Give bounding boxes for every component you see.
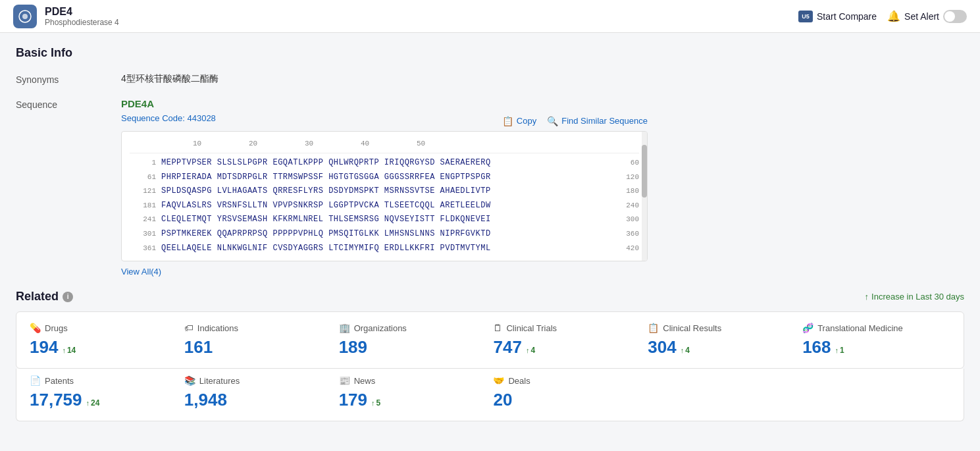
related-item[interactable]: 🗒 Clinical Trials 747 ↑4 (493, 323, 641, 358)
set-alert-label: Set Alert (904, 11, 939, 22)
app-logo (13, 5, 37, 28)
related-item[interactable]: 📄 Patents 17,759 ↑24 (30, 375, 178, 410)
seq-row-end: 60 (613, 157, 639, 170)
related-item-icon: 🏢 (339, 323, 350, 333)
related-item[interactable]: 💊 Drugs 194 ↑14 (30, 323, 178, 358)
seq-row-num: 301 (130, 228, 156, 241)
seq-row-end: 180 (613, 185, 639, 198)
related-item-increase: ↑14 (62, 346, 76, 355)
main-content: Basic Info Synonyms 4型环核苷酸磷酸二酯酶 Sequence… (0, 33, 980, 451)
scrollbar-thumb (642, 145, 647, 198)
related-item-increase: ↑24 (86, 398, 100, 408)
start-compare-button[interactable]: U5 Start Compare (798, 11, 877, 22)
arrow-up-icon: ↑ (865, 292, 869, 302)
related-item[interactable]: 🏷 Indications 161 (184, 323, 332, 358)
related-item[interactable]: 📚 Literatures 1,948 (184, 375, 332, 410)
related-item-value: 194 ↑14 (30, 337, 178, 358)
related-item-icon: 📋 (648, 323, 659, 333)
related-item-icon: 📚 (184, 375, 195, 386)
sequence-container: 10 20 30 40 50 1 MEPPTVPSER SLSLSLPGPR E… (121, 131, 648, 261)
synonyms-value: 4型环核苷酸磷酸二酯酶 (121, 73, 964, 85)
related-item-header: 🧬 Translational Medicine (802, 323, 950, 333)
related-item-icon: 🤝 (493, 375, 504, 386)
related-item-label: Clinical Results (663, 323, 721, 333)
related-item-header: 📄 Patents (30, 375, 178, 386)
view-all-link[interactable]: View All(4) (121, 267, 161, 277)
related-item-value: 747 ↑4 (493, 337, 641, 358)
sequence-row: 61 PHRPIERADA MDTSDRPGLR TTRMSWPSSF HGTG… (130, 171, 639, 185)
related-item-label: Patents (45, 376, 74, 386)
related-item-increase: ↑5 (371, 398, 380, 408)
header-title-group: PDE4 Phosphodiesterase 4 (45, 6, 119, 27)
related-item-label: Indications (197, 323, 238, 333)
sequence-code: Sequence Code: 443028 (121, 113, 216, 123)
related-item[interactable]: 📰 News 179 ↑5 (339, 375, 487, 410)
sequence-toolbar: 📋 Copy 🔍 Find Similar Sequence (502, 116, 648, 126)
related-item-label: Translational Medicine (817, 323, 903, 333)
related-item[interactable]: 🤝 Deals 20 (493, 375, 641, 410)
basic-info-title: Basic Info (16, 46, 964, 60)
sequence-row: 301 PSPTMKEREK QQAPRPRPSQ PPPPPVPHLQ PMS… (130, 227, 639, 242)
related-item-value: 304 ↑4 (648, 337, 796, 358)
find-similar-icon: 🔍 (547, 116, 558, 126)
seq-row-content: PHRPIERADA MDTSDRPGLR TTRMSWPSSF HGTGTGS… (161, 171, 607, 185)
related-item-header: 🏢 Organizations (339, 323, 487, 333)
related-item-icon: 🗒 (493, 323, 502, 333)
related-grid-row1: 💊 Drugs 194 ↑14 🏷 Indications 161 🏢 Orga… (16, 311, 964, 369)
start-compare-label: Start Compare (817, 11, 877, 22)
seq-ruler: 10 20 30 40 50 (130, 137, 639, 153)
alert-toggle[interactable] (943, 10, 967, 23)
seq-row-num: 61 (130, 171, 156, 184)
seq-row-end: 120 (613, 171, 639, 184)
copy-button[interactable]: 📋 Copy (502, 116, 536, 126)
sequence-value-area: PDE4A Sequence Code: 443028 📋 Copy 🔍 Fin… (121, 98, 964, 277)
sequence-inner[interactable]: 10 20 30 40 50 1 MEPPTVPSER SLSLSLPGPR E… (122, 132, 647, 261)
related-item-increase: ↑1 (835, 346, 844, 355)
related-item-header: 🗒 Clinical Trials (493, 323, 641, 333)
set-alert-button[interactable]: 🔔 Set Alert (887, 10, 967, 23)
related-item-value: 17,759 ↑24 (30, 390, 178, 410)
seq-row-num: 361 (130, 242, 156, 255)
increase-label: Increase in Last 30 days (871, 292, 964, 302)
related-item-label: Drugs (45, 323, 68, 333)
related-header: Related i ↑ Increase in Last 30 days (16, 290, 964, 304)
related-item-value: 20 (493, 390, 641, 410)
sequence-row: 361 QEELLAQELE NLNKWGLNIF CVSDYAGGRS LTC… (130, 242, 639, 256)
sequence-row: 181 FAQVLASLRS VRSNFSLLTN VPVPSNKRSP LGG… (130, 199, 639, 213)
seq-row-content: SPLDSQASPG LVLHAGAATS QRRESFLYRS DSDYDMS… (161, 184, 607, 199)
related-item-header: 💊 Drugs (30, 323, 178, 333)
related-item-icon: 📄 (30, 375, 41, 386)
related-item-icon: 🧬 (802, 323, 813, 333)
synonyms-row: Synonyms 4型环核苷酸磷酸二酯酶 (16, 73, 964, 85)
seq-row-num: 241 (130, 213, 156, 226)
seq-row-content: PSPTMKEREK QQAPRPRPSQ PPPPPVPHLQ PMSQITG… (161, 227, 607, 242)
related-item-label: News (354, 376, 376, 386)
seq-row-num: 181 (130, 199, 156, 213)
related-info-icon[interactable]: i (63, 292, 73, 302)
related-item-icon: 📰 (339, 375, 350, 386)
seq-row-end: 360 (613, 228, 639, 241)
related-item-value: 168 ↑1 (802, 337, 950, 358)
related-item-header: 🏷 Indications (184, 323, 332, 333)
related-item-label: Clinical Trials (506, 323, 557, 333)
related-item-header: 🤝 Deals (493, 375, 641, 386)
entity-title: PDE4 (45, 6, 119, 18)
header-actions: U5 Start Compare 🔔 Set Alert (798, 10, 967, 23)
related-item-increase: ↑4 (681, 346, 690, 355)
seq-row-end: 420 (613, 242, 639, 255)
related-item[interactable]: 🏢 Organizations 189 (339, 323, 487, 358)
related-item-icon: 💊 (30, 323, 41, 333)
sequence-row: Sequence PDE4A Sequence Code: 443028 📋 C… (16, 98, 964, 277)
seq-row-content: CLEQLETMQT YRSVSEMASH KFKRMLNREL THLSEMS… (161, 213, 607, 227)
related-item[interactable]: 🧬 Translational Medicine 168 ↑1 (802, 323, 950, 358)
increase-text: ↑ Increase in Last 30 days (865, 292, 964, 302)
sequence-scrollbar[interactable] (642, 132, 647, 261)
related-title: Related i (16, 290, 73, 304)
bell-icon: 🔔 (887, 10, 900, 22)
related-item-value: 189 (339, 337, 487, 358)
seq-row-content: MEPPTVPSER SLSLSLPGPR EGQATLKPPP QHLWRQP… (161, 156, 607, 171)
find-similar-button[interactable]: 🔍 Find Similar Sequence (547, 116, 648, 126)
copy-icon: 📋 (502, 116, 513, 126)
synonyms-label: Synonyms (16, 73, 121, 85)
related-item[interactable]: 📋 Clinical Results 304 ↑4 (648, 323, 796, 358)
